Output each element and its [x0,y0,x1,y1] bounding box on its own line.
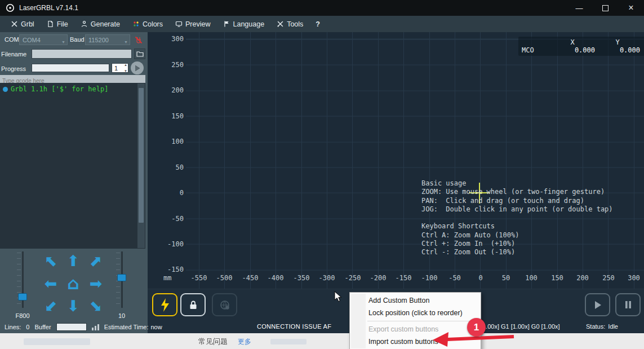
preview-canvas[interactable]: 300 250 200 150 100 50 0 -50 -100 -150 m… [148,32,644,289]
disconnect-button[interactable] [132,34,145,46]
console-scrollbar-thumb[interactable] [139,88,144,223]
folder-icon [136,51,144,57]
pause-button[interactable] [615,293,641,316]
com-port-select[interactable]: COM4 ▼ [19,34,68,45]
background-more-link[interactable]: 更多 [238,337,251,347]
feed-rate-value: F800 [8,312,37,319]
baud-rate-select[interactable]: 115200 ▼ [85,34,130,45]
feed-slider-handle[interactable] [18,293,27,301]
x-axis-tick: 250 [602,274,615,282]
menu-grbl-label: Grbl [21,20,34,28]
com-port-value: COM4 [23,37,41,43]
x-axis-tick: -250 [345,274,361,282]
maximize-button[interactable] [592,0,618,16]
annotation-step-badge: 1 [467,318,486,337]
lock-button[interactable] [180,293,206,316]
x-axis-tick: 0 [478,274,482,282]
laser-pointer-button[interactable] [152,293,177,316]
console-log: Grbl 1.1h ['$' for help] [0,83,145,249]
menu-generate[interactable]: Generate [74,16,126,32]
help-line: JOG: Double click in any point (or doubl… [421,205,613,214]
passes-spinner[interactable]: 1 ▲ ▼ [112,63,128,73]
jog-up-button[interactable]: ⬆ [63,250,84,271]
statusbar-left-group: Lines: 0 Buffer Estimated Time: now [5,320,162,333]
help-line: Keyboard Shortcuts [421,222,613,231]
jog-right-button[interactable]: ➡ [85,272,106,294]
menu-file-label: File [57,20,68,28]
menu-item-export-custom-buttons: Export custom buttons [350,323,481,335]
frame-trace-button[interactable] [212,293,237,316]
x-axis-tick: -100 [421,274,438,282]
jog-down-right-button[interactable]: ⬊ [85,295,106,316]
x-axis-tick: -50 [448,274,461,282]
y-header: Y [595,38,640,46]
close-button[interactable]: × [618,0,644,16]
step-slider-handle[interactable] [117,274,126,281]
menu-item-lock-position[interactable]: Lock position (click to reorder) [350,307,481,319]
help-line: PAN: Click and drag (or touch and drag) [421,197,613,205]
play-icon [135,65,140,71]
buffer-bar [56,323,87,331]
play-button[interactable] [585,293,610,316]
status-value: Idle [608,323,618,330]
menu-grbl[interactable]: Grbl [5,16,41,32]
menu-preview[interactable]: Preview [169,16,216,32]
gcode-entry[interactable] [0,75,145,83]
y-axis-tick: 300 [159,35,184,43]
menu-colors[interactable]: Colors [126,16,169,32]
menu-language[interactable]: Language [217,16,271,32]
wrench-icon [11,20,18,28]
y-axis-tick: 200 [159,86,184,94]
play-icon [594,301,602,310]
console-text: Grbl 1.1h ['$' for help] [11,85,108,93]
document-icon [47,20,54,28]
usage-help-overlay: Basic usage ZOOM: Use mouse wheel (or tw… [421,179,613,257]
jog-up-right-button[interactable]: ⬈ [85,250,106,271]
buffer-label: Buffer [34,324,51,330]
feed-rate-slider[interactable] [17,251,28,308]
console-scrollbar[interactable] [137,83,145,248]
menubar: Grbl File Generate Colors Preview Langua… [0,16,644,32]
menu-help[interactable]: ? [309,16,326,32]
jog-left-button[interactable]: ⬅ [40,272,61,294]
x-axis-tick: -550 [191,274,207,282]
jog-up-left-button[interactable]: ⬉ [40,250,61,271]
x-axis-tick: 200 [576,274,589,282]
open-file-button[interactable] [134,48,145,59]
window-controls: — × [566,0,644,16]
jog-home-button[interactable]: ⌂ [63,272,84,294]
step-size-slider[interactable] [116,251,127,308]
jog-down-button[interactable]: ⬇ [63,295,84,316]
help-line: ZOOM: Use mouse wheel (or two-finger ges… [421,188,613,196]
override-values-text: 1.00x] G1 [1.00x] G0 [1.00x] [482,323,560,330]
background-blurred-item [24,338,90,345]
y-axis-tick: 0 [159,189,184,197]
y-axis-tick: 50 [159,164,184,171]
spinner-up-icon[interactable]: ▲ [124,63,127,67]
machine-status: Status: Idle [586,323,618,330]
menu-item-add-custom-button[interactable]: Add Custom Button [350,294,481,307]
jog-down-left-button[interactable]: ⬋ [40,295,61,316]
run-program-button[interactable] [131,61,144,74]
palette-icon [132,20,140,28]
menu-colors-label: Colors [143,20,163,28]
minimize-button[interactable]: — [566,0,592,16]
x-header: X [550,38,595,46]
x-axis-tick: 50 [502,274,510,282]
lasergrbl-window: LaserGRBL v7.14.1 — × Grbl File Generate [0,0,644,333]
menu-preview-label: Preview [185,20,210,28]
menu-help-label: ? [316,20,320,28]
menu-tools[interactable]: Tools [270,16,309,32]
buffer-graph-icon [92,324,99,330]
filename-input[interactable] [32,49,132,59]
help-line: Ctrl +: Zoom In (+10%) [421,240,613,248]
background-app-strip: 常见问题 更多 [0,333,644,349]
spinner-down-icon[interactable]: ▼ [124,69,127,73]
pause-icon [625,301,632,309]
monitor-icon [175,20,183,28]
menu-item-import-custom-buttons[interactable]: Import custom buttons [350,335,481,348]
maximize-icon [602,5,609,11]
menu-file[interactable]: File [41,16,74,32]
jog-pad: ⬉ ⬆ ⬈ ⬅ ⌂ ➡ ⬋ ⬇ ⬊ [40,250,106,316]
disconnect-plug-icon [134,36,143,45]
